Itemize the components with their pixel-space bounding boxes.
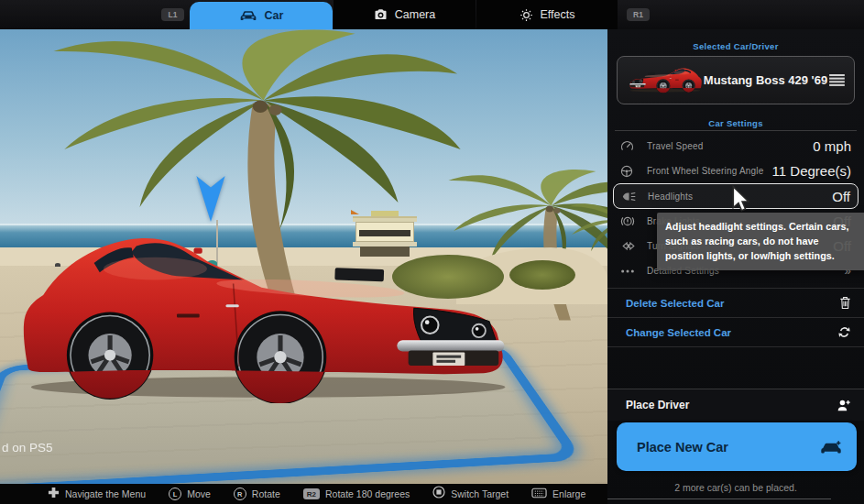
ps5-watermark: d on PS5	[2, 441, 53, 455]
hint-label: Rotate	[252, 488, 280, 499]
controller-hints-bar: Navigate the Menu L Move R Rotate R2 Rot…	[0, 484, 607, 504]
swap-icon	[837, 326, 851, 338]
tab-camera-label: Camera	[395, 8, 435, 21]
left-stick-icon: L	[169, 488, 181, 500]
hint-label: Enlarge	[552, 488, 585, 499]
tab-effects[interactable]: Effects	[476, 0, 618, 29]
car-thumbnail	[627, 67, 702, 94]
hint-label: Switch Target	[451, 488, 509, 499]
setting-label: Front Wheel Steering Angle	[647, 166, 764, 176]
effects-icon	[519, 8, 533, 22]
setting-row-travel-speed[interactable]: Travel Speed 0 mph	[607, 134, 864, 159]
car-icon	[239, 9, 257, 22]
place-driver-button[interactable]: Place Driver	[607, 389, 864, 421]
car-name: Mustang Boss 429 '69	[702, 73, 829, 87]
car-settings-header: Car Settings	[607, 118, 864, 128]
placed-car-mustang[interactable]	[18, 229, 509, 403]
r1-shoulder-button-icon: R1	[627, 8, 650, 21]
add-driver-icon	[836, 399, 851, 412]
selected-car-driver-header: Selected Car/Driver	[607, 41, 864, 51]
change-selected-car-button[interactable]: Change Selected Car	[607, 318, 864, 347]
selected-car-card[interactable]: Mustang Boss 429 '69	[617, 56, 855, 104]
tab-effects-label: Effects	[541, 8, 575, 21]
setting-value: 11 Degree(s)	[772, 163, 851, 179]
setting-label: Headlights	[648, 192, 693, 202]
hint-navigate-menu: Navigate the Menu	[48, 486, 146, 502]
ellipsis-icon	[620, 268, 640, 274]
list-icon[interactable]	[829, 74, 845, 86]
change-label: Change Selected Car	[626, 327, 731, 338]
brake-light-icon	[620, 215, 640, 227]
tab-car[interactable]: Car	[190, 2, 333, 29]
cars-remaining-note: 2 more car(s) can be placed.	[607, 482, 864, 493]
right-stick-icon: R	[234, 488, 246, 500]
headlights-tooltip: Adjust headlight settings. Certain cars,…	[657, 213, 864, 270]
touchpad-icon	[531, 486, 547, 502]
car-actions: Delete Selected Car Change Selected Car	[607, 288, 864, 347]
hint-label: Navigate the Menu	[65, 488, 146, 499]
selection-arrow-icon	[194, 176, 227, 222]
setting-value: 0 mph	[813, 138, 851, 154]
gt7-scapes-screen: L1 Car Camera	[0, 0, 864, 504]
dpad-icon	[48, 486, 60, 502]
hint-label: Rotate 180 degrees	[325, 488, 410, 499]
hint-enlarge: Enlarge	[531, 486, 585, 502]
place-new-car-label: Place New Car	[637, 440, 728, 455]
place-driver-label: Place Driver	[626, 399, 689, 411]
delete-selected-car-button[interactable]: Delete Selected Car	[607, 289, 864, 318]
shrub	[509, 260, 575, 290]
add-car-icon	[820, 440, 842, 455]
hint-move: L Move	[169, 488, 211, 500]
l1-shoulder-button-icon: L1	[161, 8, 184, 21]
divider	[615, 130, 857, 131]
setting-row-steering-angle[interactable]: Front Wheel Steering Angle 11 Degree(s)	[607, 159, 864, 183]
headlight-icon	[621, 192, 641, 202]
trash-icon	[839, 296, 851, 310]
hint-rotate-180: R2 Rotate 180 degrees	[303, 488, 410, 499]
place-new-car-button[interactable]: Place New Car	[617, 422, 857, 471]
hint-switch-target: Switch Target	[432, 486, 509, 502]
tab-car-label: Car	[265, 9, 284, 22]
scapes-photo-scene: d on PS5	[0, 29, 607, 484]
setting-value: Off	[832, 189, 850, 204]
hint-rotate: R Rotate	[234, 488, 280, 500]
hint-label: Move	[187, 488, 211, 499]
turn-signal-icon	[620, 241, 640, 251]
r2-button-icon: R2	[303, 488, 320, 499]
setting-label: Travel Speed	[647, 141, 704, 151]
top-tab-bar: L1 Car Camera	[0, 0, 864, 29]
steering-wheel-icon	[620, 165, 640, 178]
mouse-cursor	[729, 185, 753, 213]
camera-icon	[374, 9, 388, 20]
tab-camera[interactable]: Camera	[334, 0, 476, 29]
speedometer-icon	[620, 140, 640, 152]
square-button-icon	[432, 486, 445, 502]
delete-label: Delete Selected Car	[626, 298, 724, 309]
